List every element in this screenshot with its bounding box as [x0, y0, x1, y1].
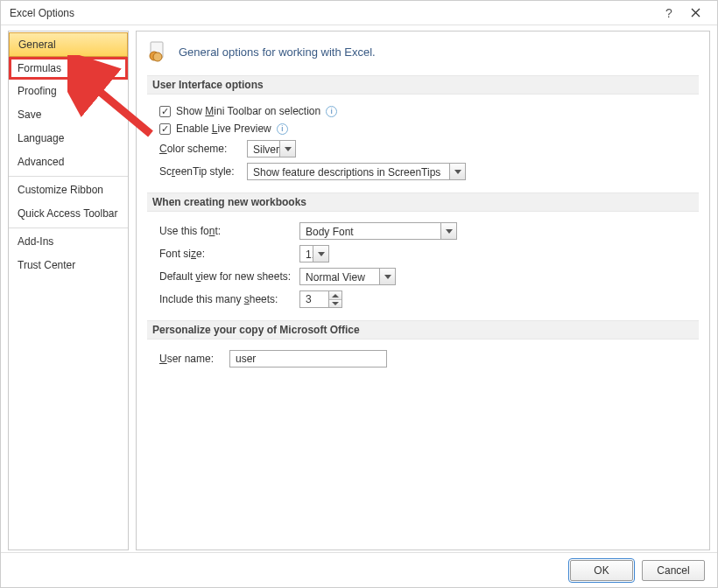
help-button[interactable]: ? — [656, 4, 682, 23]
check-icon — [159, 123, 171, 135]
spinner-down-icon[interactable] — [329, 299, 341, 307]
general-options-icon — [147, 40, 170, 63]
svg-point-2 — [153, 52, 162, 61]
sidebar-item-general[interactable]: General — [9, 32, 128, 57]
chevron-down-icon — [313, 246, 328, 262]
chevron-down-icon — [279, 141, 295, 157]
ok-button[interactable]: OK — [570, 560, 633, 581]
default-font-dropdown[interactable]: Body Font — [299, 222, 457, 240]
sidebar-item-customize-ribbon[interactable]: Customize Ribbon — [9, 178, 128, 202]
sheet-count-label: Include this many sheets: — [159, 293, 291, 305]
close-button[interactable] — [682, 4, 708, 23]
chevron-down-icon — [449, 164, 465, 179]
check-icon — [159, 106, 171, 117]
user-name-input[interactable]: user — [229, 350, 387, 368]
sidebar-item-add-ins[interactable]: Add-Ins — [9, 230, 128, 254]
main-panel: General options for working with Excel. … — [136, 31, 710, 550]
sidebar-item-language[interactable]: Language — [9, 127, 128, 150]
default-view-dropdown[interactable]: Normal View — [299, 268, 396, 285]
sidebar-divider — [9, 176, 128, 177]
sidebar-item-quick-access-toolbar[interactable]: Quick Access Toolbar — [9, 202, 128, 226]
sidebar-item-proofing[interactable]: Proofing — [9, 80, 128, 103]
screentip-style-dropdown[interactable]: Show feature descriptions in ScreenTips — [247, 163, 466, 180]
section-personalize: Personalize your copy of Microsoft Offic… — [147, 320, 699, 340]
close-icon — [691, 8, 700, 18]
checkbox-label: Enable Live Preview — [176, 122, 271, 135]
titlebar: Excel Options ? — [1, 1, 717, 25]
color-scheme-dropdown[interactable]: Silver — [247, 140, 296, 158]
screentip-style-label: ScreenTip style: — [159, 165, 238, 178]
window-title: Excel Options — [10, 7, 656, 19]
color-scheme-label: Color scheme: — [159, 143, 238, 155]
font-size-label: Font size: — [159, 248, 291, 260]
sheet-count-spinner[interactable]: 3 — [299, 290, 342, 308]
info-icon[interactable]: i — [277, 123, 288, 135]
chevron-down-icon — [440, 223, 456, 239]
checkbox-label: Show Mini Toolbar on selection — [176, 105, 320, 117]
sidebar-divider — [9, 228, 128, 228]
spinner-up-icon[interactable] — [329, 291, 341, 299]
default-view-label: Default view for new sheets: — [159, 270, 291, 283]
sidebar-item-save[interactable]: Save — [9, 103, 128, 127]
sidebar-item-advanced[interactable]: Advanced — [9, 150, 128, 174]
page-heading: General options for working with Excel. — [147, 40, 699, 63]
sidebar-item-trust-center[interactable]: Trust Center — [9, 254, 128, 277]
user-name-label: User name: — [159, 353, 221, 365]
sidebar: General Formulas Proofing Save Language … — [8, 31, 129, 550]
sidebar-item-formulas[interactable]: Formulas — [9, 57, 128, 80]
cancel-button[interactable]: Cancel — [642, 560, 705, 581]
section-user-interface: User Interface options — [147, 75, 699, 94]
chevron-down-icon — [379, 269, 395, 284]
checkbox-live-preview[interactable]: Enable Live Preview i — [159, 122, 695, 135]
info-icon[interactable]: i — [326, 106, 337, 117]
section-new-workbooks: When creating new workbooks — [147, 192, 699, 212]
checkbox-mini-toolbar[interactable]: Show Mini Toolbar on selection i — [159, 105, 695, 117]
font-size-dropdown[interactable]: 11 — [299, 245, 329, 262]
default-font-label: Use this font: — [159, 225, 291, 237]
dialog-footer: OK Cancel — [1, 552, 717, 587]
